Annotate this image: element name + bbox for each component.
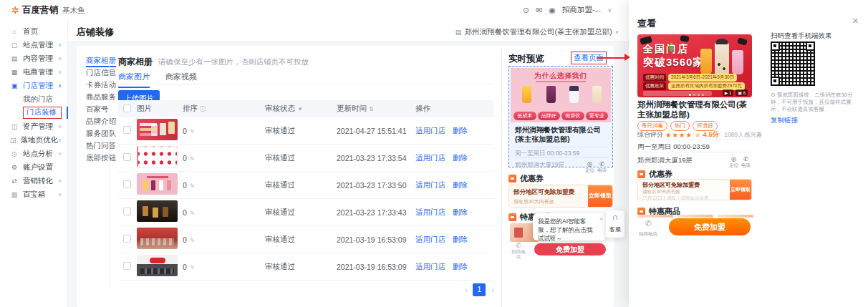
close-icon[interactable]: × [852, 14, 859, 26]
row-checkbox[interactable] [123, 180, 131, 188]
delete-link[interactable]: 删除 [453, 208, 468, 216]
row-thumbnail-red-banner[interactable] [137, 119, 178, 140]
section-title: 商家相册 [118, 56, 153, 68]
claim-coupon-button[interactable]: 立即领取 [588, 185, 612, 207]
merchant-phone-button[interactable]: ✆ 招商电话 [639, 219, 657, 238]
message-icon[interactable]: ✉ [536, 6, 542, 15]
phone-icon: ✆ [639, 219, 657, 228]
nav-item-merchant-album[interactable]: 商家相册 [86, 56, 116, 68]
edit-sort-icon[interactable]: ✎ [190, 264, 196, 271]
page-number[interactable]: 1 [473, 283, 486, 296]
info-icon[interactable]: ⓘ [200, 106, 206, 112]
delete-link[interactable]: 删除 [453, 153, 468, 162]
free-join-button[interactable]: 免费加盟 [534, 243, 606, 255]
edit-sort-icon[interactable]: ✎ [190, 128, 196, 135]
edit-sort-icon[interactable]: ✎ [190, 237, 196, 244]
row-checkbox[interactable] [123, 262, 131, 270]
sidebar-item-landing-opt[interactable]: ◲落地页优化∨ [0, 133, 67, 147]
tab-merchant-images[interactable]: 商家图片 [118, 72, 150, 88]
qr-caption: 扫码查看手机端效果 [771, 31, 832, 41]
sidebar-item-store-decoration[interactable]: 门店装修 [0, 106, 67, 120]
updated-time: 2021-03-23 17:33:54 [337, 154, 415, 162]
claim-coupon-button[interactable]: 立即领取 [730, 180, 751, 200]
view-modal: 查看 × 全国门店 突破3560家 优惠时间 2021年3月6日-2021年9月… [629, 0, 868, 307]
chat-bubble[interactable]: 我是您的AI智能客服，想了解的点击我试试呀～ × [533, 213, 606, 240]
sidebar-item-toolbox[interactable]: ▥百宝箱∨ [0, 187, 67, 201]
sidebar-item-store-mgmt[interactable]: ▣门店管理∧ [0, 79, 67, 92]
row-checkbox[interactable] [123, 208, 131, 215]
sidebar-item-marketing-conversion[interactable]: ⇄营销转化∨ [0, 174, 67, 187]
user-caret-icon[interactable]: ∨ [607, 7, 612, 14]
row-thumbnail-icon-grid[interactable] [137, 146, 178, 167]
site-icon: ▢ [10, 42, 19, 49]
content-icon: ▤ [10, 55, 19, 62]
nav-item-baijiahao[interactable]: 百家号 [86, 104, 116, 117]
select-all-checkbox[interactable] [123, 104, 131, 112]
store-banner-image[interactable]: 全国门店 突破3560家 优惠时间 2021年3月6日-2021年9月30日 优… [637, 34, 752, 97]
free-join-button[interactable]: 免费加盟 [669, 218, 751, 235]
apply-store-link[interactable]: 适用门店 [415, 126, 445, 135]
sidebar-item-account-settings[interactable]: ⚙账户设置 [0, 160, 67, 174]
filter-icon[interactable]: ▼ [297, 106, 303, 112]
next-page-icon[interactable]: › [491, 286, 494, 294]
edit-sort-icon[interactable]: ✎ [190, 182, 196, 190]
row-thumbnail-store-crowd[interactable] [137, 228, 178, 249]
pagination: ‹ 1 › [118, 283, 494, 296]
preview-store-card[interactable]: 为什么选择我们 低成本 品牌好 做茶饮 更专业 郑州润翔餐饮管理有限公司(茶主张… [508, 66, 613, 167]
sidebar-item-my-stores[interactable]: 我的门店 [0, 92, 67, 106]
image-count-badge[interactable]: ▣ 6 [736, 89, 748, 96]
edit-sort-icon[interactable]: ✎ [190, 210, 196, 217]
close-icon[interactable]: × [599, 215, 603, 223]
nav-item-brand-intro[interactable]: 品牌介绍 [86, 117, 116, 129]
phone-button[interactable]: ✆电话 [596, 161, 608, 173]
delete-link[interactable]: 删除 [453, 180, 468, 189]
edit-sort-icon[interactable]: ✎ [190, 155, 196, 162]
nav-item-service-team[interactable]: 服务团队 [86, 129, 116, 141]
sort-icon[interactable]: ⇅ [369, 106, 374, 112]
nav-item-goods-services[interactable]: 商品服务 [86, 92, 116, 104]
row-thumbnail-dark-drinks[interactable] [137, 200, 178, 222]
nav-item-coupon-activity[interactable]: 卡券活动 [86, 80, 116, 92]
table-row: 0✎ 审核通过 2021-03-23 17:33:50 适用门店删除 [118, 172, 494, 199]
prev-page-icon[interactable]: ‹ [465, 286, 468, 294]
row-thumbnail-pink-drinks[interactable] [137, 173, 178, 195]
delete-link[interactable]: 删除 [453, 235, 468, 243]
nav-item-hot-qa[interactable]: 热门问答 [86, 141, 116, 153]
headset-icon: ∩ [606, 210, 625, 223]
apply-store-link[interactable]: 适用门店 [415, 208, 445, 216]
row-checkbox[interactable] [123, 235, 131, 243]
nav-item-store-info[interactable]: 门店信息 [86, 68, 116, 80]
coupon-icon [637, 170, 645, 178]
apply-store-link[interactable]: 适用门店 [415, 180, 445, 189]
sidebar-item-site-mgmt[interactable]: ▢站点管理∨ [0, 38, 67, 52]
apply-store-link[interactable]: 适用门店 [415, 235, 445, 243]
locate-button[interactable]: ◎定位 [584, 161, 596, 173]
apply-store-link[interactable]: 适用门店 [415, 262, 445, 271]
delete-link[interactable]: 删除 [453, 126, 468, 135]
help-icon[interactable]: ⊙ [523, 6, 529, 15]
sidebar-item-site-analysis[interactable]: ◷站点分析∨ [0, 147, 67, 160]
tab-merchant-videos[interactable]: 商家视频 [165, 72, 197, 88]
row-thumbnail-storefront[interactable] [137, 255, 178, 276]
sidebar-item-ecommerce-mgmt[interactable]: ▦电商管理∨ [0, 65, 67, 79]
preview-phone-button[interactable]: ✆ 招商电话 [510, 242, 527, 259]
apply-store-link[interactable]: 适用门店 [415, 153, 445, 162]
sidebar-item-content-mgmt[interactable]: ▤内容管理∨ [0, 52, 67, 65]
row-checkbox[interactable] [123, 153, 131, 161]
video-count-badge[interactable]: ▶ 1 [723, 89, 734, 96]
carousel-dots[interactable] [689, 94, 704, 96]
phone-button[interactable]: ✆电话 [740, 156, 752, 168]
locate-button[interactable]: ◎定位 [728, 156, 740, 168]
sidebar-item-asset-mgmt[interactable]: ◫资产管理∨ [0, 120, 67, 133]
row-checkbox[interactable] [123, 126, 131, 134]
delete-link[interactable]: 删除 [453, 262, 468, 271]
sidebar-item-home[interactable]: ⌂首页 [0, 24, 67, 38]
service-float-button[interactable]: ∩ 客服 [606, 210, 625, 238]
user-menu[interactable]: 招商加盟-... [562, 5, 601, 15]
preview-business-hours: 周一至周日 00:00-23:59 [515, 147, 608, 158]
banner-tag: 更专业 [586, 112, 609, 120]
nav-item-bottom-button[interactable]: 底部按钮 [86, 153, 116, 165]
updated-time: 2021-03-19 16:53:09 [337, 263, 415, 271]
copy-link-button[interactable]: 复制链接 [771, 116, 798, 125]
company-selector[interactable]: ▤ 郑州润翔餐饮管理有限公司(茶主张加盟总部) ∨ [455, 27, 619, 37]
